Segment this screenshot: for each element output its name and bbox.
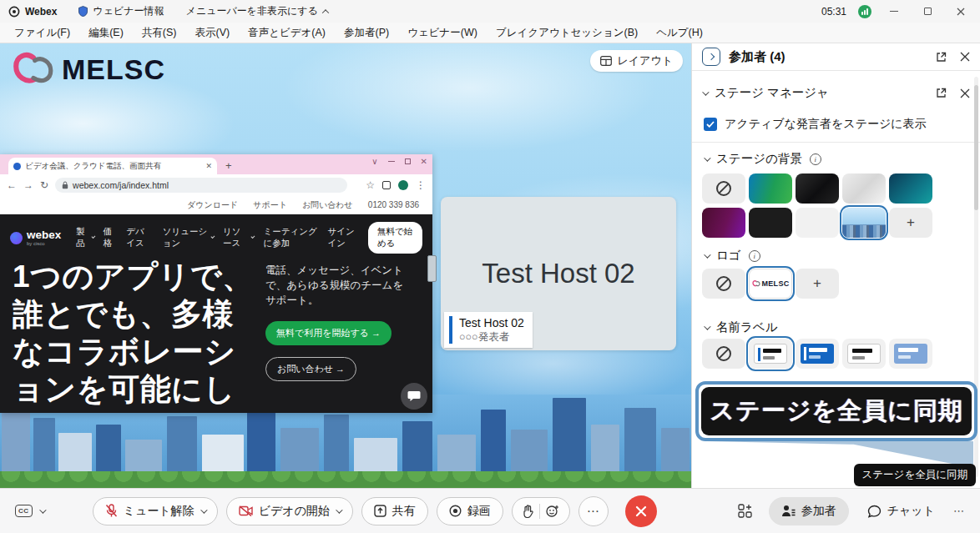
forward-icon[interactable]: → — [23, 179, 33, 191]
browser-more-icon[interactable]: ⋮ — [416, 179, 426, 191]
bg-section-header[interactable]: ステージの背景 i — [704, 151, 821, 167]
menu-breakout[interactable]: ブレイクアウトセッション(B) — [487, 23, 647, 43]
site-nav: webex by cisco 製品 価格 デバイス ソリューション リソース ミ… — [0, 214, 432, 254]
menu-participants[interactable]: 参加者(P) — [335, 23, 398, 43]
menu-file[interactable]: ファイル(F) — [5, 23, 79, 43]
menu-view[interactable]: 表示(V) — [185, 23, 239, 43]
site-join-meeting-link[interactable]: ミーティングに参加 — [264, 226, 318, 249]
active-speaker-checkbox[interactable] — [704, 118, 717, 131]
logo-section-header[interactable]: ロゴ i — [704, 248, 760, 264]
browser-close-icon[interactable]: ✕ — [421, 157, 427, 166]
logo-thumb-none[interactable] — [702, 269, 745, 299]
name-label-style-1-selected[interactable] — [749, 339, 792, 369]
menu-edit[interactable]: 編集(E) — [79, 23, 133, 43]
side-panel-icon[interactable] — [382, 181, 391, 189]
menu-share[interactable]: 共有(S) — [133, 23, 186, 43]
more-options-button[interactable]: ⋯ — [578, 496, 609, 526]
site-nav-products[interactable]: 製品 — [76, 226, 93, 249]
bg-thumb-black[interactable] — [749, 208, 792, 238]
bg-thumb-white[interactable] — [796, 208, 839, 238]
webinar-info-button[interactable]: ウェビナー情報 — [78, 4, 164, 18]
address-bar[interactable]: webex.com/ja/index.html — [55, 178, 347, 193]
site-cta-primary[interactable]: 無料で利用を開始する → — [265, 321, 391, 345]
share-resize-handle[interactable] — [427, 255, 437, 282]
site-cta-start-free[interactable]: 無料で始める — [368, 222, 422, 254]
menu-audio-video[interactable]: 音声とビデオ(A) — [239, 23, 335, 43]
stage-manager-popout-icon[interactable] — [936, 88, 947, 98]
logo-thumb-melsc-selected[interactable]: MELSC — [749, 269, 792, 299]
hide-menubar-button[interactable]: メニューバーを非表示にする — [186, 4, 328, 18]
site-nav-devices[interactable]: デバイス — [126, 226, 153, 249]
minimize-button[interactable] — [883, 3, 905, 20]
participants-toggle-button[interactable]: 参加者 — [769, 497, 849, 525]
webex-site-page: webex by cisco 製品 価格 デバイス ソリューション リソース ミ… — [0, 214, 432, 413]
sync-stage-button-magnified[interactable]: ステージを全員に同期 — [695, 381, 977, 441]
bg-thumb-light-gray[interactable] — [842, 173, 886, 204]
name-label-style-2[interactable] — [796, 339, 839, 369]
site-brand-sub: by cisco — [27, 241, 61, 246]
name-label-style-4[interactable] — [889, 339, 932, 369]
start-video-button[interactable]: ビデオの開始 — [226, 497, 353, 525]
record-button[interactable]: 録画 — [437, 497, 503, 525]
site-chat-bubble-icon[interactable] — [401, 383, 427, 410]
util-support-link[interactable]: サポート — [253, 199, 287, 211]
panel-collapse-button[interactable] — [702, 48, 720, 66]
menu-help[interactable]: ヘルプ(H) — [647, 23, 712, 43]
bg-thumb-purple-gradient[interactable] — [702, 208, 745, 238]
site-nav-pricing[interactable]: 価格 — [104, 226, 116, 249]
site-nav-resources[interactable]: リソース — [223, 226, 254, 249]
browser-minimize-icon[interactable] — [388, 161, 395, 162]
logo-thumbs-row: MELSC + — [702, 269, 839, 299]
browser-menu-chevron[interactable]: ∨ — [371, 157, 377, 166]
site-subtext: 電話、メッセージ、イベントで、あらゆる規模のチームをサポート。 — [265, 263, 409, 308]
stage-manager-header[interactable]: ステージ マネージャ — [702, 85, 970, 101]
layout-button[interactable]: レイアウト — [590, 50, 683, 72]
info-icon[interactable]: i — [749, 250, 760, 262]
util-download-link[interactable]: ダウンロード — [187, 199, 238, 211]
bg-thumb-city-selected[interactable] — [842, 208, 886, 238]
leave-webinar-button[interactable] — [625, 495, 657, 527]
name-label-none[interactable] — [702, 339, 745, 369]
panel-close-icon[interactable] — [960, 52, 970, 62]
bg-add-button[interactable]: + — [889, 208, 932, 238]
site-nav-solutions[interactable]: ソリューション — [163, 226, 213, 249]
share-button[interactable]: 共有 — [361, 497, 428, 525]
browser-restore-icon[interactable] — [405, 158, 411, 164]
stage-manager-close-icon[interactable] — [960, 88, 970, 98]
back-icon[interactable]: ← — [7, 179, 17, 191]
restore-button[interactable] — [917, 3, 938, 20]
captions-button[interactable]: CC — [15, 505, 44, 517]
logo-add-button[interactable]: + — [796, 269, 839, 299]
chat-toggle-button[interactable]: チャット — [866, 497, 937, 525]
unmute-button[interactable]: ミュート解除 — [93, 497, 218, 525]
bg-thumb-teal-gradient[interactable] — [889, 173, 932, 204]
browser-toolbar: ← → ↻ webex.com/ja/index.html ☆ ⋮ — [0, 174, 432, 196]
name-label-section-header[interactable]: 名前ラベル — [704, 319, 778, 335]
sync-stage-button[interactable]: ステージを全員に同期 — [701, 387, 972, 435]
new-tab-button[interactable]: + — [225, 159, 232, 172]
reload-icon[interactable]: ↻ — [40, 179, 48, 191]
name-label-style-3[interactable] — [842, 339, 886, 369]
site-cta-secondary[interactable]: お問い合わせ → — [265, 357, 356, 381]
unmute-label: ミュート解除 — [124, 504, 194, 519]
profile-avatar[interactable] — [398, 180, 408, 190]
active-speaker-option[interactable]: アクティブな発言者をステージに表示 — [704, 117, 927, 132]
tab-close-icon[interactable]: ✕ — [205, 162, 212, 170]
reactions-smiley-icon[interactable] — [546, 505, 559, 518]
bookmark-star-icon[interactable]: ☆ — [366, 179, 375, 191]
apps-grid-icon[interactable] — [738, 504, 752, 518]
webex-site-logo-icon — [10, 232, 23, 244]
info-icon[interactable]: i — [810, 153, 821, 165]
bg-thumb-none[interactable] — [702, 173, 745, 204]
toolbar-more-icon[interactable]: ⋯ — [953, 505, 965, 517]
bg-thumb-green-gradient[interactable] — [749, 173, 792, 204]
bg-thumb-dark[interactable] — [796, 173, 839, 204]
connection-indicator-icon[interactable] — [858, 5, 871, 18]
close-button[interactable] — [950, 3, 972, 20]
menu-webinar[interactable]: ウェビナー(W) — [398, 23, 487, 43]
raise-hand-icon[interactable] — [523, 505, 533, 518]
util-contact-link[interactable]: お問い合わせ — [302, 199, 353, 211]
site-signin-link[interactable]: サインイン — [328, 226, 358, 249]
panel-popout-icon[interactable] — [936, 52, 947, 63]
browser-tab[interactable]: ビデオ会議、クラウド電話、画面共有 ✕ — [8, 158, 217, 174]
